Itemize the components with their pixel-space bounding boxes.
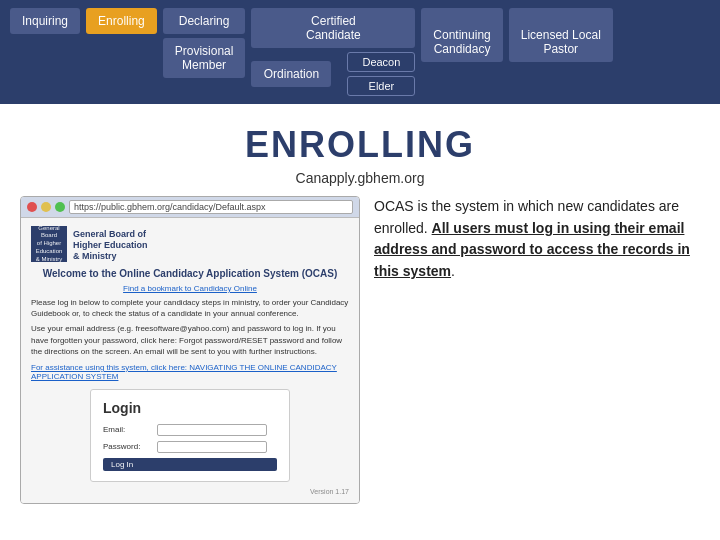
browser-body-text1: Please log in below to complete your can… [31,297,349,319]
browser-btn-maximize[interactable] [55,202,65,212]
nav-item-provisional-member[interactable]: Provisional Member [163,38,246,78]
browser-body-text2: Use your email address (e.g. freesoftwar… [31,323,349,357]
nav-item-continuing-candidacy[interactable]: Continuing Candidacy [421,8,502,62]
browser-bookmark-link[interactable]: Find a bookmark to Candidacy Online [31,284,349,293]
nav-item-licensed-local-pastor[interactable]: Licensed Local Pastor [509,8,613,62]
canapply-link[interactable]: Canapply.gbhem.org [20,170,700,186]
browser-version: Version 1.17 [31,488,349,495]
nav-item-deacon[interactable]: Deacon [347,52,415,72]
nav-item-enrolling[interactable]: Enrolling [86,8,157,34]
browser-nav-link[interactable]: For assistance using this system, click … [31,363,349,381]
browser-welcome-text: Welcome to the Online Candidacy Applicat… [31,268,349,279]
page-title: ENROLLING [20,124,700,166]
main-content: ENROLLING Canapply.gbhem.org https://pub… [0,104,720,514]
nav-sub-row-ordination: Ordination Deacon Elder [251,52,415,96]
login-button[interactable]: Log In [103,458,277,471]
browser-btn-minimize[interactable] [41,202,51,212]
password-label: Password: [103,442,153,451]
browser-address-bar[interactable]: https://public.gbhem.org/candidacy/Defau… [69,200,353,214]
nav-deacon-elder: Deacon Elder [347,52,415,96]
login-box: Login Email: Password: Log In [90,389,290,482]
email-label: Email: [103,425,153,434]
login-password-field: Password: [103,441,277,453]
browser-logo-area: General Board of Higher Education & Mini… [31,226,349,262]
login-title: Login [103,400,277,416]
gbhem-logo-text: General Board of Higher Education & Mini… [73,228,148,261]
login-email-field: Email: [103,424,277,436]
password-input[interactable] [157,441,267,453]
nav-group-certified: Certified Candidate Ordination Deacon El… [251,8,415,96]
nav-item-certified-candidate[interactable]: Certified Candidate [251,8,415,48]
ocas-emphasis: All users must log in using their email … [374,220,690,279]
browser-titlebar: https://public.gbhem.org/candidacy/Defau… [21,197,359,218]
nav-item-elder[interactable]: Elder [347,76,415,96]
nav-item-declaring[interactable]: Declaring [163,8,246,34]
email-input[interactable] [157,424,267,436]
gbhem-logo: General Board of Higher Education & Mini… [31,226,67,262]
ocas-description: OCAS is the system in which new candidat… [374,196,700,283]
nav-item-ordination[interactable]: Ordination [251,61,331,87]
browser-btn-close[interactable] [27,202,37,212]
nav-group-declaring: Declaring Provisional Member [163,8,246,78]
nav-bar: Inquiring Enrolling Declaring Provisiona… [0,0,720,104]
browser-body: General Board of Higher Education & Mini… [21,218,359,503]
browser-window: https://public.gbhem.org/candidacy/Defau… [20,196,360,504]
nav-item-inquiring[interactable]: Inquiring [10,8,80,34]
content-row: https://public.gbhem.org/candidacy/Defau… [20,196,700,504]
